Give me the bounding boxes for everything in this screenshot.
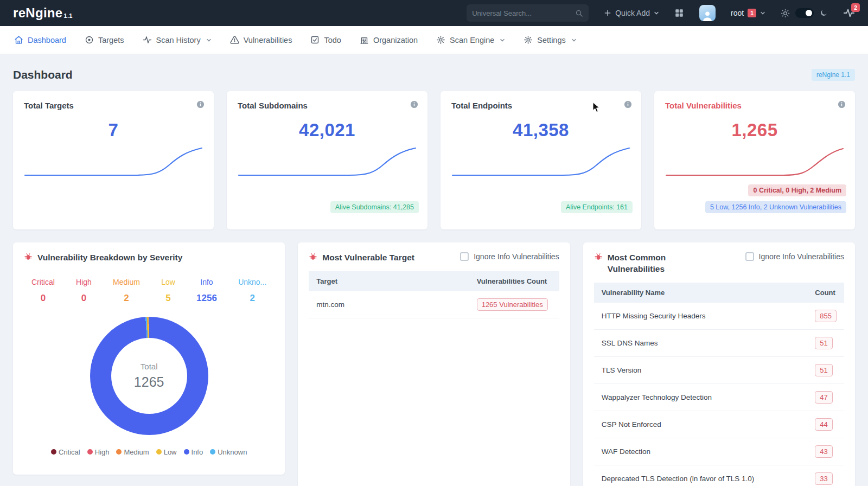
info-icon[interactable] [838,100,846,108]
chevron-down-icon [654,10,659,16]
brand-logo[interactable]: reNgine 1.1 [13,5,73,21]
table-row[interactable]: Wappalyzer Technology Detection 47 [594,383,844,411]
severity-value: 2 [113,293,140,304]
sparkline-chart [451,145,630,178]
legend-label: Critical [59,448,80,456]
vuln-name-cell: Wappalyzer Technology Detection [594,383,808,411]
table-row[interactable]: HTTP Missing Security Headers 855 [594,303,844,330]
grid-icon [674,8,684,18]
nav-item-settings[interactable]: Settings [524,35,576,44]
stat-title: Total Targets [24,101,203,110]
alive-badge: Alive Endpoints: 161 [561,201,633,213]
version-badge: reNgine 1.1 [812,69,855,81]
ignore-info-checkbox-group[interactable]: Ignore Info Vulnerabilities [460,252,559,261]
stat-card-total-endpoints: Total Endpoints 41,358 Alive Endpoints: … [441,91,641,229]
chevron-down-icon [206,37,212,43]
severity-label: Critical [31,278,55,286]
col-header-count: Count [807,283,844,303]
checkbox-icon[interactable] [460,252,469,261]
nav-item-todo[interactable]: Todo [310,35,341,44]
stat-card-total-vulnerabilities: Total Vulnerabilities 1,265 0 Critical, … [654,91,855,229]
bug-icon [24,253,33,261]
user-menu[interactable]: root 1 [731,9,765,17]
info-summary-badge: 5 Low, 1256 Info, 2 Unknown Vulnerabilit… [705,201,846,213]
user-count-badge: 1 [748,9,756,17]
table-row[interactable]: CSP Not Enforced 44 [594,411,844,438]
apps-grid-button[interactable] [674,8,684,18]
vuln-count-badge: 1265 Vulnerabilities [477,298,548,311]
count-badge: 43 [815,445,832,458]
chevron-down-icon [571,37,577,43]
table-row[interactable]: TLS Version 51 [594,356,844,383]
severity-donut-chart[interactable]: Total 1265 [90,317,208,435]
nav-label: Organization [373,36,418,44]
topbar: reNgine 1.1 Quick Add root 1 [0,0,868,26]
legend-label: Medium [124,448,149,456]
universal-search[interactable] [467,4,589,22]
notifications-button[interactable]: 2 [843,7,855,19]
sun-icon [781,9,790,18]
table-row[interactable]: WAF Detection 43 [594,438,844,465]
checkbox-label: Ignore Info Vulnerabilities [759,252,844,261]
nav-item-scan-engine[interactable]: Scan Engine [436,35,505,44]
nav-label: Dashboard [28,36,66,44]
vuln-name-cell: Deprecated TLS Detection (in favor of TL… [594,465,808,486]
notification-count-badge: 2 [851,3,860,12]
legend-label: Low [164,448,177,456]
table-row[interactable]: SSL DNS Names 51 [594,329,844,356]
checkbox-icon[interactable] [745,252,754,261]
most-common-table: Vulnerability Name Count HTTP Missing Se… [594,283,844,486]
bug-icon [309,253,317,261]
avatar[interactable] [699,5,716,21]
ignore-info-checkbox-group[interactable]: Ignore Info Vulnerabilities [745,252,844,261]
quick-add-button[interactable]: Quick Add [604,9,659,17]
info-icon[interactable] [410,100,418,108]
legend-dot [210,449,215,455]
stat-title: Total Vulnerabilities [665,101,844,110]
card-title: Vulnerability Breakdown by Severity [37,252,182,264]
info-icon[interactable] [196,100,205,108]
nav-item-vulnerabilities[interactable]: Vulnerabilities [230,35,292,44]
building-icon [360,35,369,44]
info-icon[interactable] [624,100,632,108]
legend-dot [184,449,189,455]
count-badge: 855 [815,310,837,322]
nav-label: Todo [324,36,341,44]
content: Dashboard reNgine 1.1 Total Targets 7 To… [0,54,868,486]
severity-label: Medium [113,278,140,286]
nav-label: Scan History [156,36,201,44]
severity-value: 0 [76,293,92,304]
stat-title: Total Subdomains [238,101,417,110]
bug-icon [594,253,603,261]
legend-dot [156,449,162,455]
col-header-count: Vulnerabilities Count [469,271,559,291]
bottom-row: Vulnerability Breakdown by Severity Crit… [13,242,855,486]
nav-item-scan-history[interactable]: Scan History [143,35,212,44]
nav-item-targets[interactable]: Targets [85,35,124,44]
vuln-name-cell: HTTP Missing Security Headers [594,303,808,330]
vuln-name-cell: TLS Version [594,356,808,383]
legend-label: High [95,448,110,456]
table-row[interactable]: mtn.com 1265 Vulnerabilities [309,291,559,318]
stat-title: Total Endpoints [451,101,630,110]
search-input[interactable] [472,9,575,17]
severity-label: High [76,278,92,286]
most-vulnerable-target-card: Most Vulnerable Target Ignore Info Vulne… [298,242,570,486]
nav-item-dashboard[interactable]: Dashboard [14,35,66,44]
table-row[interactable]: Deprecated TLS Detection (in favor of TL… [594,465,844,486]
severity-label: Low [161,278,175,286]
legend-dot [51,449,56,455]
legend-label: Unknown [218,448,247,456]
severity-label: Unkno... [238,278,266,286]
count-badge: 51 [815,364,832,376]
brand-version: 1.1 [63,12,72,19]
severity-value: 1256 [196,293,217,304]
col-header-target: Target [309,271,469,291]
checkbox-label: Ignore Info Vulnerabilities [474,252,559,261]
donut-legend: Critical High Medium Low Info Unknown [24,448,274,456]
nav-item-organization[interactable]: Organization [360,35,418,44]
legend-label: Info [192,448,203,456]
dark-mode-toggle[interactable] [795,8,814,18]
card-title: Most Common Vulnerabilities [608,252,694,275]
severity-label: Info [196,278,217,286]
